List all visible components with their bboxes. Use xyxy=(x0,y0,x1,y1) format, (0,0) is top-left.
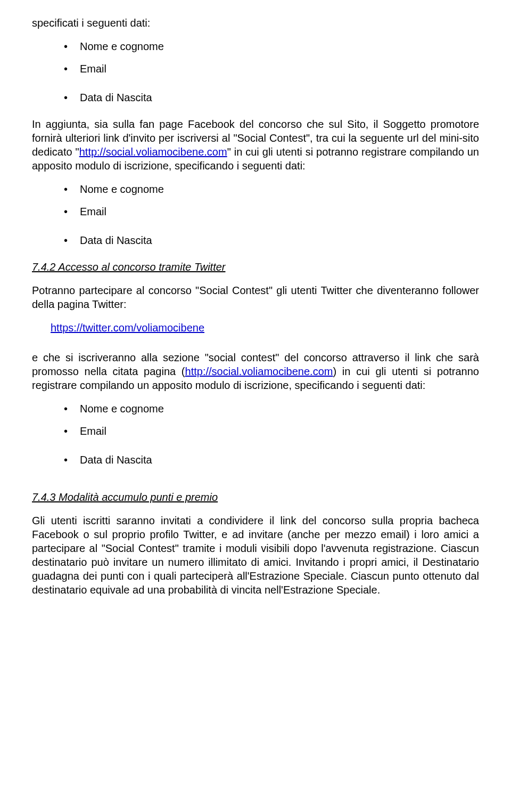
intro-text: specificati i seguenti dati: xyxy=(32,16,479,30)
spacer xyxy=(32,480,479,490)
list-item: Nome e cognome xyxy=(80,39,479,53)
social-link[interactable]: http://social.voliamocibene.com xyxy=(79,146,227,158)
list-item: Email xyxy=(80,205,479,218)
paragraph-points: Gli utenti iscritti saranno invitati a c… xyxy=(32,514,479,597)
twitter-link-line: https://twitter.com/voliamocibene xyxy=(51,321,479,335)
list-item: Nome e cognome xyxy=(80,402,479,416)
list-item: Email xyxy=(80,424,479,438)
data-list-2: Nome e cognome Email Data di Nascita xyxy=(32,182,479,247)
list-item: Data di Nascita xyxy=(80,233,479,247)
list-item: Data di Nascita xyxy=(80,453,479,467)
list-item: Data di Nascita xyxy=(80,91,479,104)
data-list-1: Nome e cognome Email Data di Nascita xyxy=(32,39,479,104)
paragraph-twitter-register: e che si iscriveranno alla sezione "soci… xyxy=(32,351,479,392)
list-item: Nome e cognome xyxy=(80,182,479,196)
paragraph-facebook: In aggiunta, sia sulla fan page Facebook… xyxy=(32,117,479,173)
paragraph-twitter-intro: Potranno partecipare al concorso "Social… xyxy=(32,283,479,311)
twitter-link[interactable]: https://twitter.com/voliamocibene xyxy=(51,322,204,334)
section-742-heading: 7.4.2 Accesso al concorso tramite Twitte… xyxy=(32,260,479,274)
list-item: Email xyxy=(80,62,479,76)
data-list-3: Nome e cognome Email Data di Nascita xyxy=(32,402,479,467)
section-743-heading: 7.4.3 Modalità accumulo punti e premio xyxy=(32,490,479,504)
social-link[interactable]: http://social.voliamocibene.com xyxy=(185,366,333,377)
